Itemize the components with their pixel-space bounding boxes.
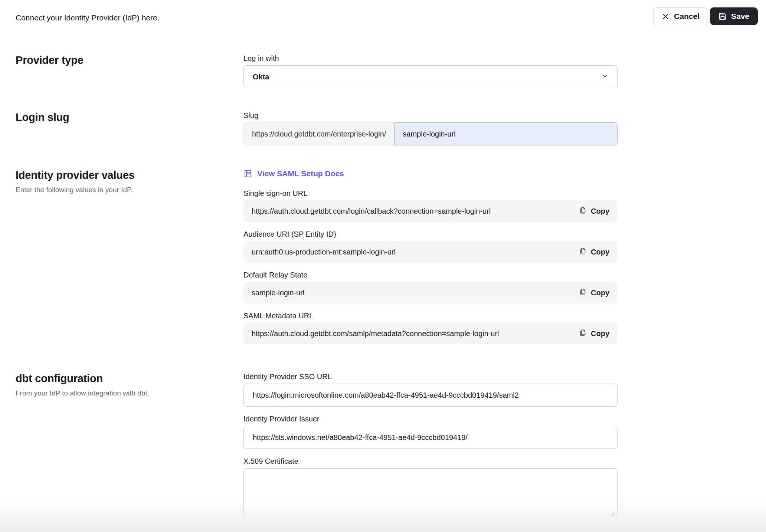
dbt-configuration-title: dbt configuration <box>16 372 243 385</box>
sign-authn-checkbox[interactable] <box>243 530 253 532</box>
copy-icon <box>579 288 587 298</box>
chevron-down-icon <box>602 73 608 81</box>
idp-values-title: Identity provider values <box>16 169 243 181</box>
copy-button[interactable]: Copy <box>579 288 609 298</box>
certificate-label: X.509 Certificate <box>243 457 618 465</box>
provider-type-title: Provider type <box>16 54 243 66</box>
relay-state-group: Default Relay State sample-login-url Cop… <box>243 271 618 303</box>
login-slug-title: Login slug <box>16 111 243 124</box>
cancel-button-label: Cancel <box>674 12 700 21</box>
slug-field-group: https://cloud.getdbt.com/enterprise-logi… <box>243 122 618 145</box>
help-icon[interactable]: ? <box>355 531 364 532</box>
dbt-configuration-subtitle: From your IdP to allow integration with … <box>16 389 243 397</box>
section-dbt-configuration: dbt configuration From your IdP to allow… <box>0 372 766 532</box>
header-actions: Cancel Save <box>653 7 758 25</box>
docs-book-icon <box>243 169 252 178</box>
metadata-url-group: SAML Metadata URL https://auth.cloud.get… <box>243 312 618 344</box>
copy-icon <box>579 329 587 339</box>
login-with-selected-value: Okta <box>253 73 269 81</box>
copy-field: https://auth.cloud.getdbt.com/login/call… <box>243 200 618 222</box>
login-with-select[interactable]: Okta <box>243 65 618 88</box>
copy-field-value: https://auth.cloud.getdbt.com/login/call… <box>252 207 491 216</box>
copy-button[interactable]: Copy <box>579 206 609 216</box>
idp-issuer-input[interactable] <box>243 426 618 449</box>
save-button-label: Save <box>731 12 749 21</box>
idp-sso-url-label: Identity Provider SSO URL <box>243 372 618 381</box>
close-icon <box>662 13 670 20</box>
saml-docs-link[interactable]: View SAML Setup Docs <box>243 169 344 178</box>
sso-url-label: Single sign-on URL <box>243 189 618 197</box>
sso-url-group: Single sign-on URL https://auth.cloud.ge… <box>243 189 618 222</box>
certificate-group: X.509 Certificate <box>243 457 618 522</box>
copy-field: sample-login-url Copy <box>243 282 618 303</box>
page-header: Connect your Identity Provider (IdP) her… <box>0 0 766 25</box>
textarea-resize-handle[interactable] <box>610 511 615 518</box>
login-with-label: Log in with <box>243 54 618 62</box>
copy-button[interactable]: Copy <box>579 247 609 257</box>
idp-issuer-label: Identity Provider Issuer <box>243 415 618 423</box>
copy-button-label: Copy <box>591 329 609 338</box>
audience-uri-label: Audience URI (SP Entity ID) <box>243 230 618 238</box>
save-button[interactable]: Save <box>710 7 758 25</box>
idp-values-subtitle: Enter the following values in your IdP. <box>16 186 243 194</box>
sign-authn-label: Sign SAML AuthnRequest <box>259 531 349 532</box>
copy-button-label: Copy <box>591 248 609 256</box>
copy-field: https://auth.cloud.getdbt.com/samlp/meta… <box>243 323 618 344</box>
idp-sso-url-group: Identity Provider SSO URL <box>243 372 618 407</box>
metadata-url-label: SAML Metadata URL <box>243 312 618 320</box>
idp-issuer-group: Identity Provider Issuer <box>243 415 618 449</box>
copy-icon <box>579 206 587 216</box>
certificate-textarea[interactable] <box>243 468 618 520</box>
copy-button[interactable]: Copy <box>579 329 609 339</box>
copy-icon <box>579 247 587 257</box>
relay-state-label: Default Relay State <box>243 271 618 279</box>
copy-button-label: Copy <box>591 289 609 297</box>
section-idp-values: Identity provider values Enter the follo… <box>0 169 766 344</box>
idp-copy-fields: Single sign-on URL https://auth.cloud.ge… <box>243 189 618 344</box>
copy-field-value: urn:auth0:us-production-mt:sample-login-… <box>252 248 396 256</box>
idp-sso-url-input[interactable] <box>243 384 618 407</box>
slug-input[interactable] <box>394 122 618 145</box>
save-icon <box>718 12 727 20</box>
copy-button-label: Copy <box>591 207 609 216</box>
page-description: Connect your Identity Provider (IdP) her… <box>16 7 160 22</box>
section-login-slug: Login slug Slug https://cloud.getdbt.com… <box>0 111 766 145</box>
copy-field: urn:auth0:us-production-mt:sample-login-… <box>243 241 618 263</box>
cancel-button[interactable]: Cancel <box>653 7 708 25</box>
slug-prefix: https://cloud.getdbt.com/enterprise-logi… <box>243 122 394 145</box>
slug-label: Slug <box>243 111 618 119</box>
copy-field-value: sample-login-url <box>252 289 304 297</box>
saml-docs-link-label: View SAML Setup Docs <box>257 169 344 178</box>
sign-authn-row: Sign SAML AuthnRequest ? <box>243 530 618 532</box>
copy-field-value: https://auth.cloud.getdbt.com/samlp/meta… <box>252 329 499 338</box>
section-provider-type: Provider type Log in with Okta <box>0 54 766 88</box>
audience-uri-group: Audience URI (SP Entity ID) urn:auth0:us… <box>243 230 618 263</box>
